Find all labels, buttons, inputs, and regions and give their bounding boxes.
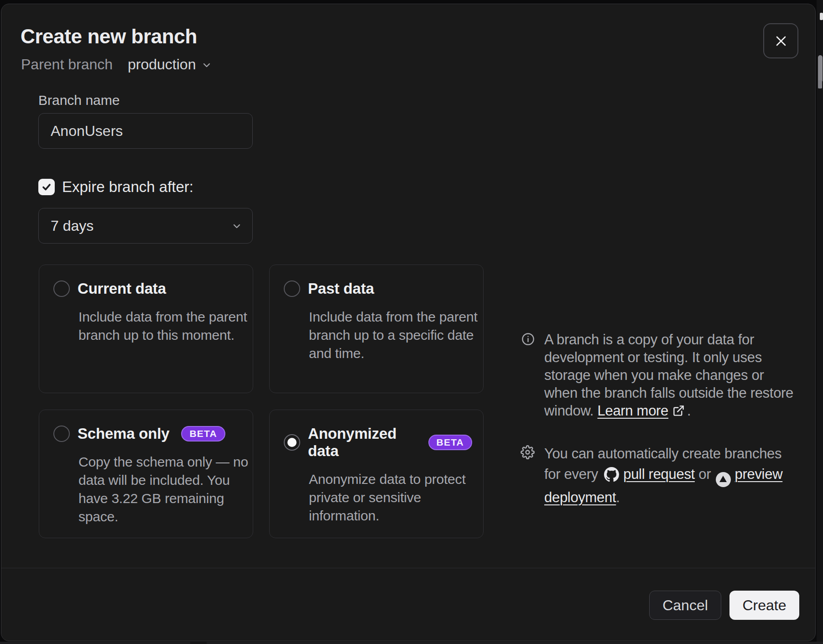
create-branch-dialog: Create new branch Parent branch producti… <box>1 4 816 641</box>
note-text: A branch is a copy of your data for deve… <box>544 332 793 419</box>
parent-branch-label: Parent branch <box>21 56 113 73</box>
gear-icon <box>521 445 535 508</box>
note-text: . <box>616 489 620 505</box>
option-card-anonymized-data[interactable]: Anonymized data BETA Anonymize data to p… <box>269 410 484 538</box>
option-card-current-data[interactable]: Current data Include data from the paren… <box>39 265 253 393</box>
expire-duration-select[interactable]: 7 days <box>38 208 253 244</box>
note-text: or <box>695 466 715 482</box>
x-icon <box>773 33 789 49</box>
option-description: Include data from the parent branch up t… <box>78 308 249 344</box>
close-button[interactable] <box>763 23 798 58</box>
background-fragment <box>818 80 822 88</box>
parent-branch-selector[interactable]: production <box>128 56 212 73</box>
expire-row: Expire branch after: <box>38 178 193 196</box>
option-title: Past data <box>308 280 374 297</box>
option-card-schema-only[interactable]: Schema only BETA Copy the schema only — … <box>39 410 253 538</box>
vercel-triangle-icon <box>716 472 731 487</box>
radio-past-data[interactable] <box>284 280 300 297</box>
option-title: Current data <box>78 280 166 297</box>
expire-checkbox[interactable] <box>38 179 55 195</box>
option-title: Schema only <box>78 425 169 442</box>
option-description: Copy the schema only — no data will be i… <box>78 453 249 526</box>
radio-anonymized-data[interactable] <box>284 434 300 451</box>
background-fragment <box>190 642 207 644</box>
option-card-past-data[interactable]: Past data Include data from the parent b… <box>269 265 484 393</box>
radio-schema-only[interactable] <box>53 426 70 442</box>
expire-label: Expire branch after: <box>62 178 193 196</box>
branch-name-input[interactable] <box>38 113 253 149</box>
expire-duration-value: 7 days <box>51 218 94 234</box>
chevron-down-icon <box>196 58 212 71</box>
parent-branch-value: production <box>128 56 196 73</box>
branch-info-note: A branch is a copy of your data for deve… <box>521 331 800 420</box>
external-link-icon <box>672 403 685 415</box>
background-page-strip <box>817 0 823 644</box>
background-scrollbar-thumb <box>818 55 823 83</box>
info-circle-icon <box>521 332 535 420</box>
cancel-button[interactable]: Cancel <box>649 591 721 620</box>
page-title: Create new branch <box>21 25 197 48</box>
automation-note: You can automatically create branches fo… <box>521 443 800 508</box>
footer-divider <box>1 568 815 568</box>
create-button[interactable]: Create <box>729 591 799 620</box>
branch-name-label: Branch name <box>38 93 120 108</box>
learn-more-link[interactable]: Learn more <box>598 403 669 419</box>
option-title: Anonymized data <box>308 425 417 460</box>
parent-branch-row: Parent branch production <box>21 55 212 73</box>
check-icon <box>41 182 52 192</box>
option-description: Include data from the parent branch up t… <box>309 308 479 363</box>
note-text: . <box>687 403 691 419</box>
beta-badge: BETA <box>181 426 225 441</box>
option-description: Anonymize data to protect private or sen… <box>309 470 479 525</box>
background-page-strip <box>0 642 823 644</box>
github-icon <box>604 467 619 482</box>
beta-badge: BETA <box>428 435 472 450</box>
background-fragment <box>820 13 823 20</box>
radio-current-data[interactable] <box>53 280 70 297</box>
pull-request-link[interactable]: pull request <box>623 466 695 482</box>
